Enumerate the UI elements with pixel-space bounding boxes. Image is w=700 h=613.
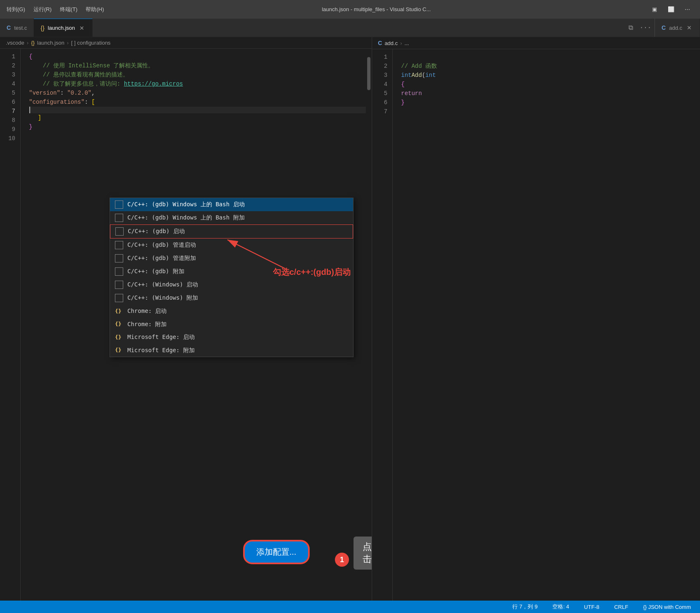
breadcrumb-vscode[interactable]: .vscode xyxy=(6,40,24,46)
more-actions-button[interactable]: ⋯ xyxy=(682,4,693,15)
code-line-6: "configurations": [ xyxy=(29,98,366,107)
item-icon xyxy=(115,254,123,262)
breadcrumb-ellipsis: ... xyxy=(404,40,409,46)
item-icon xyxy=(115,214,123,222)
autocomplete-item-1[interactable]: C/C++: (gdb) Windows 上的 Bash 启动 xyxy=(110,198,353,211)
item-label: Microsoft Edge: 启动 xyxy=(127,333,195,341)
item-label: C/C++: (gdb) Windows 上的 Bash 启动 xyxy=(127,200,245,209)
line-num: 2 xyxy=(377,62,387,71)
item-icon xyxy=(115,294,123,302)
sidebar-toggle-button[interactable]: ▣ xyxy=(649,4,660,15)
item-label: C/C++: (gdb) Windows 上的 Bash 附加 xyxy=(127,214,245,222)
item-icon: {} xyxy=(115,308,123,315)
right-editor-pane: C add.c › ... 1 2 3 4 5 6 7 // Add 函数 in… xyxy=(372,37,700,601)
item-label: C/C++: (Windows) 附加 xyxy=(127,294,198,302)
autocomplete-item-12[interactable]: {} Microsoft Edge: 附加 xyxy=(110,344,353,357)
more-tabs-button[interactable]: ··· xyxy=(640,22,651,33)
breadcrumb-configurations[interactable]: [ ] configurations xyxy=(71,40,110,46)
menu-item-run[interactable]: 运行(R) xyxy=(33,6,52,13)
tab-label: add.c xyxy=(669,25,682,31)
autocomplete-item-11[interactable]: {} Microsoft Edge: 启动 xyxy=(110,331,353,344)
autocomplete-item-5[interactable]: C/C++: (gdb) 管道附加 xyxy=(110,252,353,265)
annotation-label: 勾选c/c++:(gdb)启动 xyxy=(273,267,351,278)
left-editor-pane: .vscode › {} launch.json › [ ] configura… xyxy=(0,37,372,601)
add-config-button[interactable]: 添加配置... xyxy=(244,541,309,563)
code-line-2: // 使用 IntelliSense 了解相关属性。 xyxy=(29,61,366,70)
line-num: 7 xyxy=(377,107,387,116)
menu-item-goto[interactable]: 转到(G) xyxy=(7,6,25,13)
window-title: launch.json - multiple_files - Visual St… xyxy=(322,6,431,12)
item-label: Chrome: 启动 xyxy=(127,307,167,315)
item-icon xyxy=(115,281,123,289)
menu-bar: 转到(G) 运行(R) 终端(T) 帮助(H) xyxy=(7,6,104,13)
breadcrumb-sep: › xyxy=(400,40,402,46)
line-num: 7 xyxy=(5,107,15,116)
item-icon xyxy=(115,227,124,236)
right-code-line-3: int Add(int xyxy=(401,71,437,80)
tab-label: test.c xyxy=(14,25,27,31)
menu-item-terminal[interactable]: 终端(T) xyxy=(60,6,78,13)
right-code-line-6: } xyxy=(401,98,437,107)
status-position[interactable]: 行 7，列 9 xyxy=(510,603,540,611)
autocomplete-item-10[interactable]: {} Chrome: 附加 xyxy=(110,318,353,331)
split-editor-button[interactable]: ⬜ xyxy=(665,4,677,15)
autocomplete-item-4[interactable]: C/C++: (gdb) 管道启动 xyxy=(110,239,353,252)
autocomplete-item-3[interactable]: C/C++: (gdb) 启动 xyxy=(110,224,353,239)
split-editor-icon[interactable]: ⧉ xyxy=(625,22,636,33)
window-controls: ▣ ⬜ ⋯ xyxy=(649,4,693,15)
line-num: 8 xyxy=(5,116,15,125)
status-indent[interactable]: 空格: 4 xyxy=(550,603,571,611)
item-icon: {} xyxy=(115,334,123,341)
menu-item-help[interactable]: 帮助(H) xyxy=(86,6,104,13)
item-label: C/C++: (gdb) 管道启动 xyxy=(127,241,196,249)
right-line-numbers: 1 2 3 4 5 6 7 xyxy=(372,49,393,601)
tab-spacer: ⧉ ··· xyxy=(93,19,655,37)
tab-test-c[interactable]: C test.c xyxy=(0,19,34,37)
close-tab-button[interactable]: ✕ xyxy=(686,24,693,31)
right-code-line-5: return xyxy=(401,89,437,98)
autocomplete-item-2[interactable]: C/C++: (gdb) Windows 上的 Bash 附加 xyxy=(110,211,353,224)
c-file-icon: C xyxy=(7,24,11,31)
c-file-icon: C xyxy=(662,24,666,31)
right-code-line-7 xyxy=(401,107,437,116)
code-line-3: // 悬停以查看现有属性的描述。 xyxy=(29,70,366,79)
code-line-7 xyxy=(29,107,366,113)
line-num: 9 xyxy=(5,125,15,134)
item-label: C/C++: (gdb) 启动 xyxy=(128,227,185,236)
scrollbar[interactable] xyxy=(366,49,372,601)
item-icon xyxy=(115,200,123,209)
right-code-content[interactable]: // Add 函数 int Add(int { return } xyxy=(393,49,437,601)
tab-launch-json[interactable]: {} launch.json ✕ xyxy=(34,19,93,37)
line-numbers: 1 2 3 4 5 6 7 8 9 10 xyxy=(0,49,21,601)
autocomplete-item-9[interactable]: {} Chrome: 启动 xyxy=(110,305,353,318)
code-line-5: "version": "0.2.0", xyxy=(29,88,366,98)
item-label: Chrome: 附加 xyxy=(127,320,167,329)
item-icon: {} xyxy=(115,320,123,328)
autocomplete-item-8[interactable]: C/C++: (Windows) 附加 xyxy=(110,291,353,305)
tab-bar: C test.c {} launch.json ✕ ⧉ ··· C add.c … xyxy=(0,19,700,37)
right-code-area: 1 2 3 4 5 6 7 // Add 函数 int Add(int { re… xyxy=(372,49,700,601)
status-line-ending[interactable]: CRLF xyxy=(612,604,631,610)
right-breadcrumb: C add.c › ... xyxy=(372,37,700,49)
breadcrumb: .vscode › {} launch.json › [ ] configura… xyxy=(0,37,372,49)
line-num: 1 xyxy=(5,52,15,61)
breadcrumb-add-c[interactable]: add.c xyxy=(385,40,398,46)
tab-add-c[interactable]: C add.c ✕ xyxy=(655,19,700,37)
item-icon xyxy=(115,267,123,276)
status-encoding[interactable]: UTF-8 xyxy=(582,604,602,610)
item-label: Microsoft Edge: 附加 xyxy=(127,346,195,355)
code-line-10: } xyxy=(29,122,366,131)
step-click-label[interactable]: 点击 xyxy=(354,537,372,570)
title-bar: 转到(G) 运行(R) 终端(T) 帮助(H) launch.json - mu… xyxy=(0,0,700,19)
step-badge: 1 xyxy=(335,553,349,567)
line-num: 4 xyxy=(377,80,387,89)
item-label: C/C++: (gdb) 管道附加 xyxy=(127,254,196,262)
status-language[interactable]: {} JSON with Comm xyxy=(640,604,693,610)
breadcrumb-launch-json[interactable]: launch.json xyxy=(37,40,65,46)
right-code-line-4: { xyxy=(401,80,437,89)
autocomplete-item-7[interactable]: C/C++: (Windows) 启动 xyxy=(110,278,353,291)
status-bar: 行 7，列 9 空格: 4 UTF-8 CRLF {} JSON with Co… xyxy=(0,601,700,613)
close-tab-button[interactable]: ✕ xyxy=(78,24,86,32)
code-line-1: { xyxy=(29,52,366,61)
line-num: 6 xyxy=(5,98,15,107)
